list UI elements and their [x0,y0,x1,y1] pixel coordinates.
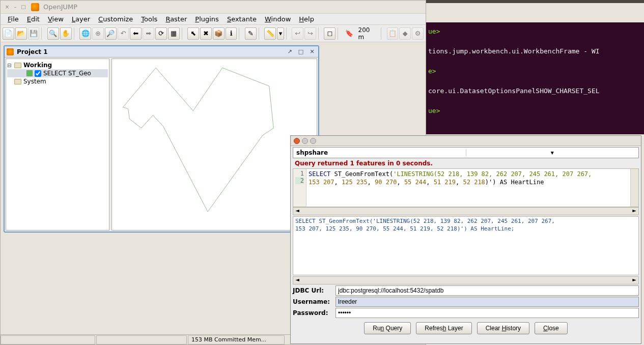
box-icon[interactable]: 📦 [213,27,225,40]
sql-editor[interactable]: 1 2 SELECT ST_GeomFromText('LINESTRING(5… [293,168,639,207]
window-maximize-icon[interactable]: □ [20,4,27,11]
tree-node-system[interactable]: System [7,77,108,85]
back-icon[interactable]: ⬅ [130,27,142,40]
project-titlebar: Project 1 ↗ □ ✕ [5,46,318,58]
project-window: Project 1 ↗ □ ✕ ⊟ Working SELECT ST_Geo [4,45,319,233]
editor-vscroll[interactable] [630,169,638,207]
layer-visibility-checkbox[interactable] [35,70,41,77]
tree-label: SELECT ST_Geo [43,70,91,77]
history-hscroll[interactable]: ◄ ► [293,276,639,284]
collapse-icon[interactable]: ⊟ [7,63,12,68]
db-query-dialog: shpshare ▾ Query returned 1 features in … [290,135,641,344]
dialog-minimize-icon[interactable] [302,138,308,144]
username-label: Username: [293,298,332,305]
paste-icon[interactable]: 📋 [387,27,399,40]
project-title: Project 1 [17,48,48,55]
run-query-button[interactable]: Run Query [364,322,411,334]
zoom-in-icon[interactable]: ⊕ [92,27,104,40]
zoom-layer-icon[interactable]: 🔎 [105,27,117,40]
scroll-right-icon[interactable]: ► [630,208,638,215]
heart-geometry [112,59,317,230]
window-title: OpenJUMP [43,3,77,11]
select-icon[interactable]: ⬉ [187,27,199,40]
forward-icon[interactable]: ➡ [143,27,154,40]
dialog-close-icon[interactable] [294,138,300,144]
refresh-icon[interactable]: ⟳ [155,27,167,40]
tag-icon[interactable]: 🔖 [344,27,355,40]
menu-view[interactable]: View [44,14,68,24]
datasource-value: shpshare [293,149,466,156]
menu-sextante[interactable]: Sextante [223,14,261,24]
scroll-right-icon[interactable]: ► [630,277,638,284]
menu-edit[interactable]: Edit [23,14,44,24]
sql-text[interactable]: SELECT ST_GeomFromText('LINESTRING(52 21… [306,169,638,207]
scroll-left-icon[interactable]: ◄ [293,208,301,215]
gear-icon[interactable]: ⚙ [412,27,424,40]
menu-layer[interactable]: Layer [68,14,94,24]
menu-plugins[interactable]: Plugins [191,14,223,24]
menu-window[interactable]: Window [261,14,295,24]
layer-color-swatch [26,70,33,76]
refresh-layer-button[interactable]: Refresh Layer [416,322,471,334]
menubar: File Edit View Layer Customize Tools Ras… [1,14,426,25]
menu-file[interactable]: File [4,14,23,24]
query-result-message: Query returned 1 features in 0 seconds. [291,158,641,168]
menu-tools[interactable]: Tools [137,14,161,24]
chevron-down-icon[interactable]: ▾ [466,149,639,156]
tree-label: Working [23,62,52,69]
dialog-maximize-icon[interactable] [310,138,316,144]
terminal-output: ue> tions.jump.workbench.ui.WorkbenchFra… [426,22,644,134]
new-icon[interactable]: 📄 [3,27,14,40]
app-icon [31,3,39,11]
zoom-icon[interactable]: 🔍 [47,27,59,40]
status-cell-1 [1,335,95,344]
username-input[interactable] [335,297,639,307]
measure-drop-icon[interactable]: ▾ [277,27,284,40]
maximize-icon[interactable]: □ [297,48,305,55]
zoom-full-icon[interactable]: 🌐 [79,27,91,40]
window-icon[interactable]: ◻ [324,27,335,40]
password-input[interactable] [335,308,639,318]
editor-gutter: 1 2 [293,169,306,207]
tree-node-working[interactable]: ⊟ Working [7,61,108,69]
dialog-button-row: Run Query Refresh Layer Clear History Cl… [291,319,641,337]
undo-icon[interactable]: ↩ [292,27,303,40]
editor-hscroll[interactable]: ◄ ► [293,207,639,215]
status-memory: 153 MB Committed Mem... [188,335,285,344]
layer-tree[interactable]: ⊟ Working SELECT ST_Geo System [6,59,109,231]
status-cell-2 [96,335,187,344]
titlebar: × – □ OpenJUMP [1,1,426,14]
close-icon[interactable]: ✕ [308,48,316,55]
edit-geom-icon[interactable]: ✖ [200,27,212,40]
redo-icon[interactable]: ↪ [304,27,316,40]
scroll-left-icon[interactable]: ◄ [293,277,301,284]
toolbar: 📄 📂 💾 🔍 ✋ 🌐 ⊕ 🔎 ↶ ⬅ ➡ ⟳ ▦ ⬉ ✖ 📦 ℹ ✎ 📏 ▾ … [1,25,426,42]
clear-history-button[interactable]: Clear History [477,322,529,334]
close-button[interactable]: Close [535,322,568,334]
pan-icon[interactable]: ✋ [60,27,72,40]
window-close-icon[interactable]: × [4,4,11,11]
map-canvas[interactable] [111,59,317,231]
window-minimize-icon[interactable]: – [12,4,19,11]
menu-raster[interactable]: Raster [161,14,191,24]
measure-icon[interactable]: 📏 [264,27,276,40]
tree-label: System [23,78,46,85]
query-history[interactable]: SELECT ST_GeomFromText('LINESTRING(52 21… [293,216,639,275]
menu-help[interactable]: Help [295,14,318,24]
draw-icon[interactable]: ✎ [245,27,257,40]
tree-node-layer[interactable]: SELECT ST_Geo [7,69,108,77]
project-icon [7,48,14,55]
dialog-titlebar[interactable] [291,136,641,146]
password-label: Password: [293,309,332,317]
datasource-combo[interactable]: shpshare ▾ [293,147,639,158]
open-icon[interactable]: 📂 [15,27,27,40]
detach-icon[interactable]: ↗ [286,48,294,55]
save-icon[interactable]: 💾 [28,27,40,40]
jdbc-label: JDBC Url: [293,287,332,294]
info-icon[interactable]: ℹ [226,27,237,40]
menu-customize[interactable]: Customize [94,14,137,24]
diamond-icon[interactable]: ◆ [399,27,411,40]
table-icon[interactable]: ▦ [168,27,180,40]
zoom-prev-icon[interactable]: ↶ [118,27,129,40]
jdbc-url-input[interactable] [335,285,639,296]
